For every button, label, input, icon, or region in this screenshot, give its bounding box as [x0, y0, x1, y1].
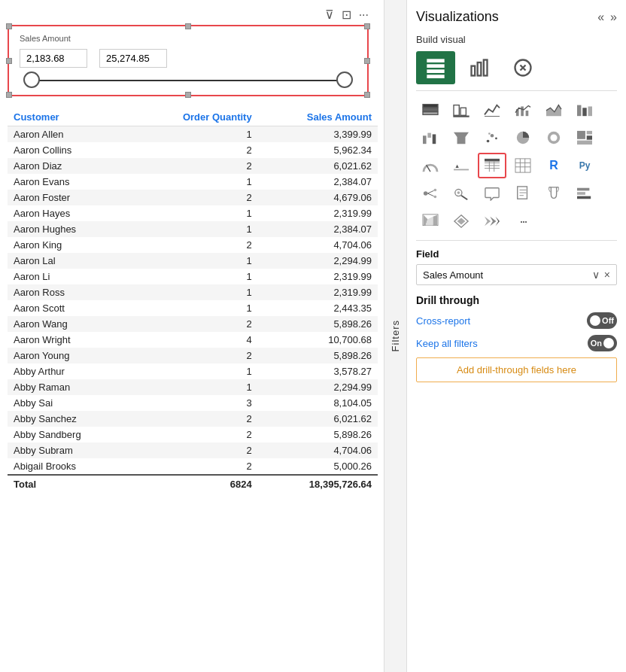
field-box-icons: ∨ × [592, 269, 610, 281]
expand-icon[interactable]: ⊡ [342, 8, 351, 22]
chart-icon-trophy[interactable] [539, 181, 568, 206]
range-slider-left-thumb[interactable] [23, 71, 40, 88]
resize-handle-tm[interactable] [185, 23, 191, 29]
more-options-icon[interactable]: ··· [359, 8, 369, 22]
resize-handle-ml[interactable] [6, 58, 12, 64]
svg-rect-6 [484, 60, 488, 76]
table-cell: 2 [132, 237, 258, 253]
col-header-customer[interactable]: Customer [8, 108, 132, 126]
chart-icon-donut[interactable] [539, 125, 568, 151]
table-cell: 3,399.99 [258, 126, 378, 143]
nav-back-icon[interactable]: « [597, 11, 604, 24]
add-drillthrough-box[interactable]: Add drill-through fields here [416, 357, 617, 382]
svg-rect-46 [515, 159, 530, 172]
table-cell: 2,319.99 [258, 205, 378, 221]
chart-icon-area[interactable] [539, 97, 568, 123]
table-cell: Aaron Scott [8, 300, 132, 316]
resize-handle-tl[interactable] [6, 23, 12, 29]
chart-icon-gauge[interactable] [416, 153, 445, 178]
chart-icon-line[interactable] [478, 97, 506, 123]
field-close-icon[interactable]: × [604, 269, 610, 281]
table-row: Aaron Diaz26,021.62 [8, 158, 378, 174]
chart-icon-funnel[interactable] [447, 125, 476, 151]
chart-icon-paginated[interactable] [509, 181, 537, 206]
right-panel: Filters Visualizations « » Build visual [384, 0, 626, 672]
svg-rect-3 [427, 74, 444, 78]
table-cell: 5,898.26 [258, 316, 378, 332]
table-cell: 2 [132, 142, 258, 158]
table-row: Aaron Hughes12,384.07 [8, 221, 378, 237]
table-cell: Aaron Lal [8, 253, 132, 269]
svg-rect-35 [587, 135, 592, 139]
chart-icon-map[interactable] [416, 208, 445, 234]
range-inputs: 2,183.68 25,274.85 [20, 49, 357, 68]
resize-handle-br[interactable] [364, 92, 370, 98]
svg-rect-34 [587, 131, 592, 135]
resize-handle-bm[interactable] [185, 92, 191, 98]
resize-handle-mr[interactable] [364, 58, 370, 64]
chart-icon-scatter[interactable] [478, 125, 506, 151]
filter-icon[interactable]: ⊽ [325, 8, 334, 22]
build-visual-label: Build visual [416, 34, 617, 45]
cross-report-toggle[interactable]: Off [587, 312, 617, 329]
table-cell: 6,021.62 [258, 411, 378, 427]
viz-panel-title: Visualizations [416, 9, 499, 25]
range-max-input[interactable]: 25,274.85 [99, 49, 167, 68]
viz-icon-table[interactable] [416, 51, 455, 84]
table-row: Abby Arthur13,578.27 [8, 363, 378, 379]
chart-icon-decomp[interactable] [416, 181, 445, 206]
chart-icon-more[interactable]: ··· [509, 208, 537, 234]
viz-header: Visualizations « » [416, 9, 617, 25]
chart-icon-matrix[interactable] [478, 153, 506, 178]
chart-icon-ribbon[interactable] [570, 97, 599, 123]
table-cell: 2,294.99 [258, 379, 378, 395]
viz-icon-analytics[interactable] [503, 51, 542, 84]
chart-icon-stacked-bar[interactable] [416, 97, 445, 123]
svg-marker-25 [454, 132, 469, 144]
chart-icon-combo[interactable] [509, 97, 537, 123]
col-header-order-qty[interactable]: Order Quantity [132, 108, 258, 126]
chart-icon-bar2[interactable] [447, 97, 476, 123]
chart-icon-qa[interactable] [478, 181, 506, 206]
chart-icon-diamond[interactable] [447, 208, 476, 234]
table-cell: 1 [132, 126, 258, 143]
chart-icon-key-influencer[interactable] [447, 181, 476, 206]
table-cell: 2,384.07 [258, 174, 378, 190]
resize-handle-bl[interactable] [6, 92, 12, 98]
svg-rect-4 [472, 66, 476, 76]
table-footer-label: Total [8, 475, 132, 492]
chart-icon-table2[interactable] [509, 153, 537, 178]
chart-icon-pie[interactable] [509, 125, 537, 151]
svg-rect-14 [485, 116, 500, 117]
chart-icon-treemap[interactable] [570, 125, 599, 151]
field-chevron-icon[interactable]: ∨ [592, 269, 600, 281]
table-cell: Aaron Foster [8, 190, 132, 205]
range-slider-right-thumb[interactable] [336, 71, 353, 88]
table-cell: Abby Subram [8, 442, 132, 458]
chart-icon-r[interactable]: R [539, 153, 568, 178]
table-cell: 5,898.26 [258, 348, 378, 363]
cross-report-toggle-label: Off [602, 316, 614, 325]
chart-icon-grid: ▲ R Py [416, 97, 617, 234]
nav-forward-icon[interactable]: » [610, 11, 617, 24]
table-cell: Abby Sandberg [8, 427, 132, 442]
chart-icon-bar-race[interactable] [570, 181, 599, 206]
filters-tab[interactable]: Filters [384, 0, 407, 672]
resize-handle-tr[interactable] [364, 23, 370, 29]
table-cell: Abby Arthur [8, 363, 132, 379]
range-min-input[interactable]: 2,183.68 [20, 49, 87, 68]
chart-icon-chevron[interactable] [478, 208, 506, 234]
keep-filters-toggle[interactable]: On [588, 335, 617, 351]
toggle-knob-cross [590, 315, 600, 326]
cross-report-label: Cross-report [416, 315, 470, 327]
chart-icon-kpi[interactable]: ▲ [447, 153, 476, 178]
table-cell: Aaron Hughes [8, 221, 132, 237]
table-cell: 8,104.05 [258, 395, 378, 411]
chart-icon-waterfall[interactable] [416, 125, 445, 151]
chart-icon-python[interactable]: Py [570, 153, 599, 178]
table-cell: Aaron Diaz [8, 158, 132, 174]
col-header-sales-amount[interactable]: Sales Amount [258, 108, 378, 126]
viz-icon-bar[interactable] [460, 51, 499, 84]
svg-line-58 [461, 196, 467, 199]
table-cell: 2 [132, 316, 258, 332]
